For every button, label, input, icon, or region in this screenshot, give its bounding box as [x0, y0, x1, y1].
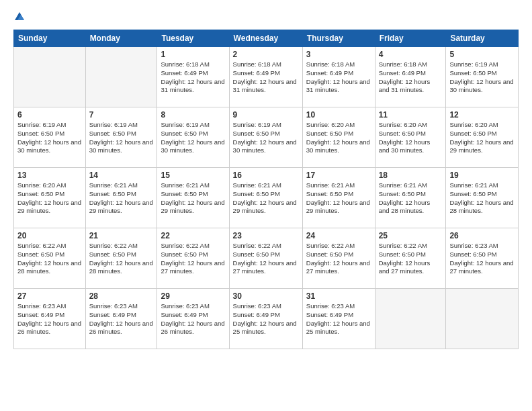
day-number: 29: [161, 291, 225, 301]
day-info: Sunrise: 6:18 AM Sunset: 6:49 PM Dayligh…: [379, 60, 443, 95]
day-number: 4: [379, 50, 443, 59]
day-info: Sunrise: 6:19 AM Sunset: 6:50 PM Dayligh…: [161, 121, 225, 155]
day-info: Sunrise: 6:21 AM Sunset: 6:50 PM Dayligh…: [161, 181, 225, 216]
weekday-header-friday: Friday: [375, 30, 446, 47]
day-number: 6: [17, 110, 82, 120]
calendar-cell: 3Sunrise: 6:18 AM Sunset: 6:49 PM Daylig…: [302, 47, 375, 107]
day-number: 17: [306, 171, 371, 180]
calendar-cell: [375, 289, 446, 349]
calendar-cell: 11Sunrise: 6:20 AM Sunset: 6:50 PM Dayli…: [375, 107, 446, 168]
calendar-cell: 1Sunrise: 6:18 AM Sunset: 6:49 PM Daylig…: [157, 47, 229, 107]
day-number: 9: [233, 110, 299, 120]
day-number: 30: [233, 291, 299, 301]
logo-icon: [13, 11, 26, 23]
day-info: Sunrise: 6:23 AM Sunset: 6:50 PM Dayligh…: [449, 242, 515, 276]
day-number: 5: [449, 50, 515, 59]
day-number: 25: [379, 231, 443, 240]
day-number: 14: [89, 171, 154, 180]
calendar-cell: 5Sunrise: 6:19 AM Sunset: 6:50 PM Daylig…: [446, 47, 519, 107]
day-number: 23: [233, 231, 299, 240]
weekday-header-monday: Monday: [85, 30, 157, 47]
day-info: Sunrise: 6:22 AM Sunset: 6:50 PM Dayligh…: [233, 242, 299, 276]
calendar-cell: 28Sunrise: 6:23 AM Sunset: 6:49 PM Dayli…: [85, 289, 157, 349]
calendar-cell: 13Sunrise: 6:20 AM Sunset: 6:50 PM Dayli…: [14, 168, 86, 228]
calendar-cell: 25Sunrise: 6:22 AM Sunset: 6:50 PM Dayli…: [375, 228, 446, 289]
day-info: Sunrise: 6:22 AM Sunset: 6:50 PM Dayligh…: [17, 242, 82, 276]
calendar-table: SundayMondayTuesdayWednesdayThursdayFrid…: [13, 30, 519, 349]
day-number: 7: [89, 110, 154, 120]
day-number: 26: [449, 231, 515, 240]
calendar-cell: 12Sunrise: 6:20 AM Sunset: 6:50 PM Dayli…: [446, 107, 519, 168]
day-info: Sunrise: 6:23 AM Sunset: 6:49 PM Dayligh…: [161, 302, 225, 336]
weekday-header-saturday: Saturday: [446, 30, 519, 47]
day-info: Sunrise: 6:19 AM Sunset: 6:50 PM Dayligh…: [17, 121, 82, 155]
day-info: Sunrise: 6:18 AM Sunset: 6:49 PM Dayligh…: [233, 60, 299, 95]
weekday-header-tuesday: Tuesday: [157, 30, 229, 47]
calendar-cell: 29Sunrise: 6:23 AM Sunset: 6:49 PM Dayli…: [157, 289, 229, 349]
day-info: Sunrise: 6:23 AM Sunset: 6:49 PM Dayligh…: [306, 302, 371, 336]
calendar-cell: 23Sunrise: 6:22 AM Sunset: 6:50 PM Dayli…: [229, 228, 302, 289]
weekday-header-sunday: Sunday: [14, 30, 86, 47]
calendar-cell: 6Sunrise: 6:19 AM Sunset: 6:50 PM Daylig…: [14, 107, 86, 168]
day-number: 28: [89, 291, 154, 301]
day-info: Sunrise: 6:20 AM Sunset: 6:50 PM Dayligh…: [306, 121, 371, 155]
calendar-cell: 21Sunrise: 6:22 AM Sunset: 6:50 PM Dayli…: [85, 228, 157, 289]
calendar-cell: 27Sunrise: 6:23 AM Sunset: 6:49 PM Dayli…: [14, 289, 86, 349]
day-number: 18: [379, 171, 443, 180]
weekday-header-thursday: Thursday: [302, 30, 375, 47]
day-info: Sunrise: 6:21 AM Sunset: 6:50 PM Dayligh…: [89, 181, 154, 216]
day-number: 11: [379, 110, 443, 120]
day-number: 13: [17, 171, 82, 180]
day-number: 22: [161, 231, 225, 240]
calendar-cell: 8Sunrise: 6:19 AM Sunset: 6:50 PM Daylig…: [157, 107, 229, 168]
day-number: 21: [89, 231, 154, 240]
day-number: 20: [17, 231, 82, 240]
calendar-cell: 26Sunrise: 6:23 AM Sunset: 6:50 PM Dayli…: [446, 228, 519, 289]
day-info: Sunrise: 6:20 AM Sunset: 6:50 PM Dayligh…: [17, 181, 82, 216]
calendar-cell: 15Sunrise: 6:21 AM Sunset: 6:50 PM Dayli…: [157, 168, 229, 228]
day-number: 24: [306, 231, 371, 240]
day-info: Sunrise: 6:18 AM Sunset: 6:49 PM Dayligh…: [161, 60, 225, 95]
day-info: Sunrise: 6:22 AM Sunset: 6:50 PM Dayligh…: [306, 242, 371, 276]
day-number: 1: [161, 50, 225, 59]
calendar-cell: 2Sunrise: 6:18 AM Sunset: 6:49 PM Daylig…: [229, 47, 302, 107]
day-info: Sunrise: 6:21 AM Sunset: 6:50 PM Dayligh…: [306, 181, 371, 216]
calendar-cell: 4Sunrise: 6:18 AM Sunset: 6:49 PM Daylig…: [375, 47, 446, 107]
calendar-cell: 14Sunrise: 6:21 AM Sunset: 6:50 PM Dayli…: [85, 168, 157, 228]
day-number: 27: [17, 291, 82, 301]
calendar-cell: [85, 47, 157, 107]
logo: [13, 11, 27, 23]
calendar-cell: 19Sunrise: 6:21 AM Sunset: 6:50 PM Dayli…: [446, 168, 519, 228]
day-number: 10: [306, 110, 371, 120]
day-info: Sunrise: 6:19 AM Sunset: 6:50 PM Dayligh…: [89, 121, 154, 155]
calendar-cell: 22Sunrise: 6:22 AM Sunset: 6:50 PM Dayli…: [157, 228, 229, 289]
day-info: Sunrise: 6:19 AM Sunset: 6:50 PM Dayligh…: [233, 121, 299, 155]
calendar-cell: 9Sunrise: 6:19 AM Sunset: 6:50 PM Daylig…: [229, 107, 302, 168]
day-number: 2: [233, 50, 299, 59]
day-number: 15: [161, 171, 225, 180]
day-number: 16: [233, 171, 299, 180]
day-info: Sunrise: 6:23 AM Sunset: 6:49 PM Dayligh…: [17, 302, 82, 336]
day-number: 3: [306, 50, 371, 59]
day-info: Sunrise: 6:23 AM Sunset: 6:49 PM Dayligh…: [233, 302, 299, 336]
day-info: Sunrise: 6:20 AM Sunset: 6:50 PM Dayligh…: [379, 121, 443, 155]
day-info: Sunrise: 6:22 AM Sunset: 6:50 PM Dayligh…: [161, 242, 225, 276]
calendar-cell: [14, 47, 86, 107]
day-info: Sunrise: 6:21 AM Sunset: 6:50 PM Dayligh…: [379, 181, 443, 216]
calendar-cell: 24Sunrise: 6:22 AM Sunset: 6:50 PM Dayli…: [302, 228, 375, 289]
calendar-cell: 17Sunrise: 6:21 AM Sunset: 6:50 PM Dayli…: [302, 168, 375, 228]
day-number: 12: [449, 110, 515, 120]
day-info: Sunrise: 6:23 AM Sunset: 6:49 PM Dayligh…: [89, 302, 154, 336]
day-info: Sunrise: 6:19 AM Sunset: 6:50 PM Dayligh…: [449, 60, 515, 95]
day-number: 8: [161, 110, 225, 120]
calendar-cell: 31Sunrise: 6:23 AM Sunset: 6:49 PM Dayli…: [302, 289, 375, 349]
calendar-cell: 16Sunrise: 6:21 AM Sunset: 6:50 PM Dayli…: [229, 168, 302, 228]
calendar-cell: 7Sunrise: 6:19 AM Sunset: 6:50 PM Daylig…: [85, 107, 157, 168]
day-number: 31: [306, 291, 371, 301]
page-header: [13, 11, 519, 23]
calendar-cell: [446, 289, 519, 349]
day-info: Sunrise: 6:21 AM Sunset: 6:50 PM Dayligh…: [449, 181, 515, 216]
calendar-cell: 30Sunrise: 6:23 AM Sunset: 6:49 PM Dayli…: [229, 289, 302, 349]
day-info: Sunrise: 6:22 AM Sunset: 6:50 PM Dayligh…: [89, 242, 154, 276]
calendar-cell: 20Sunrise: 6:22 AM Sunset: 6:50 PM Dayli…: [14, 228, 86, 289]
